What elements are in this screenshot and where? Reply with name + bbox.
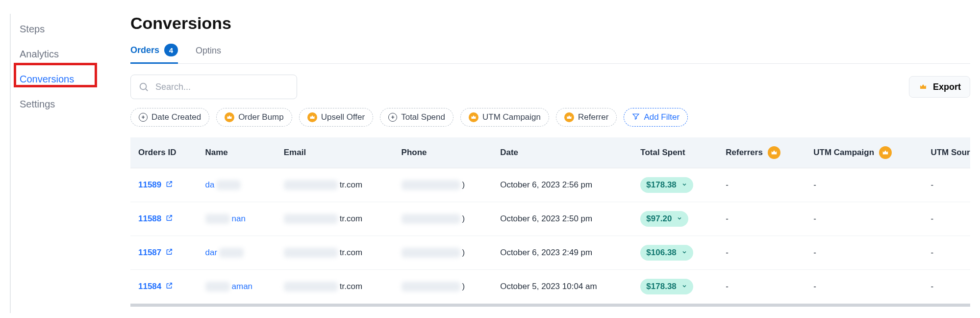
name-cell[interactable]: nan bbox=[205, 214, 268, 224]
email-cell: tr.com bbox=[284, 180, 386, 190]
col-label: Orders ID bbox=[138, 148, 176, 157]
col-phone[interactable]: Phone bbox=[394, 137, 493, 168]
toolbar: Export bbox=[130, 75, 970, 99]
sidebar-item-settings[interactable]: Settings bbox=[11, 92, 123, 117]
table-row: 11584 aman tr.com ) October 5, 2023 10:0… bbox=[130, 270, 970, 304]
chip-order-bump[interactable]: Order Bump bbox=[216, 108, 292, 127]
sidebar-item-steps[interactable]: Steps bbox=[11, 17, 123, 42]
email-cell: tr.com bbox=[284, 248, 386, 258]
order-id: 11588 bbox=[138, 214, 161, 224]
spent-value: $178.38 bbox=[646, 282, 676, 292]
redacted-name bbox=[205, 282, 230, 292]
phone-cell: ) bbox=[402, 214, 485, 224]
col-total-spent[interactable]: Total Spent bbox=[632, 137, 718, 168]
redacted-email bbox=[284, 248, 338, 258]
chip-label: UTM Campaign bbox=[482, 112, 541, 122]
order-id: 11587 bbox=[138, 248, 161, 258]
tab-label: Optins bbox=[196, 46, 221, 56]
phone-cell: ) bbox=[402, 180, 485, 190]
redacted-phone bbox=[402, 180, 460, 190]
utm-campaign-cell: - bbox=[813, 214, 816, 223]
chip-total-spend[interactable]: + Total Spend bbox=[380, 108, 453, 127]
total-spent-pill[interactable]: $178.38 bbox=[640, 177, 693, 193]
phone-suffix: ) bbox=[462, 180, 465, 190]
sidebar-item-label: Steps bbox=[20, 24, 45, 34]
filter-icon bbox=[632, 112, 640, 123]
name-prefix: da bbox=[205, 180, 215, 190]
chip-date-created[interactable]: + Date Created bbox=[130, 108, 209, 127]
total-spent-pill[interactable]: $106.38 bbox=[640, 245, 693, 261]
chip-label: Order Bump bbox=[238, 112, 284, 122]
tabs: Orders 4 Optins bbox=[130, 44, 970, 64]
email-suffix: tr.com bbox=[340, 248, 362, 258]
tab-orders[interactable]: Orders 4 bbox=[130, 44, 178, 64]
orders-table-wrap[interactable]: Orders ID Name Email Phone Date Total Sp… bbox=[130, 137, 970, 307]
phone-suffix: ) bbox=[462, 282, 465, 292]
col-referrers[interactable]: Referrers bbox=[718, 137, 805, 168]
page-title: Conversions bbox=[130, 14, 970, 33]
order-id: 11589 bbox=[138, 180, 161, 190]
utm-source-cell: - bbox=[930, 180, 933, 189]
main-content: Conversions Orders 4 Optins bbox=[123, 14, 970, 313]
crown-icon bbox=[768, 146, 780, 159]
phone-cell: ) bbox=[402, 282, 485, 292]
redacted-email bbox=[284, 214, 338, 224]
chip-label: Add Filter bbox=[644, 112, 679, 122]
svg-line-1 bbox=[146, 89, 148, 91]
chip-label: Date Created bbox=[151, 112, 201, 122]
referrers-cell: - bbox=[726, 248, 729, 257]
sidebar: Steps Analytics Conversions Settings bbox=[10, 14, 123, 313]
referrers-cell: - bbox=[726, 214, 729, 223]
name-cell[interactable]: dar bbox=[205, 248, 268, 258]
order-id-link[interactable]: 11587 bbox=[138, 248, 173, 258]
spent-value: $106.38 bbox=[646, 248, 676, 258]
chip-label: Referrer bbox=[578, 112, 608, 122]
chip-upsell-offer[interactable]: Upsell Offer bbox=[299, 108, 373, 127]
col-email[interactable]: Email bbox=[276, 137, 394, 168]
search-icon bbox=[138, 81, 149, 92]
tab-optins[interactable]: Optins bbox=[196, 46, 221, 62]
utm-source-cell: - bbox=[930, 282, 933, 291]
email-suffix: tr.com bbox=[340, 214, 362, 224]
name-suffix: nan bbox=[232, 214, 246, 224]
external-link-icon bbox=[165, 214, 173, 224]
search-input[interactable] bbox=[130, 75, 297, 99]
chip-utm-campaign[interactable]: UTM Campaign bbox=[460, 108, 549, 127]
utm-campaign-cell: - bbox=[813, 248, 816, 257]
email-suffix: tr.com bbox=[340, 282, 362, 292]
redacted-email bbox=[284, 180, 338, 190]
chip-add-filter[interactable]: Add Filter bbox=[624, 108, 688, 127]
col-utm-campaign[interactable]: UTM Campaign bbox=[805, 137, 923, 168]
external-link-icon bbox=[165, 180, 173, 190]
order-id-link[interactable]: 11584 bbox=[138, 282, 173, 292]
sidebar-item-analytics[interactable]: Analytics bbox=[11, 42, 123, 67]
col-label: Phone bbox=[402, 148, 427, 157]
utm-source-cell: - bbox=[930, 214, 933, 223]
col-label: Total Spent bbox=[640, 148, 685, 157]
email-suffix: tr.com bbox=[340, 180, 362, 190]
col-label: Date bbox=[500, 148, 518, 157]
redacted-name bbox=[219, 248, 244, 258]
col-name[interactable]: Name bbox=[198, 137, 276, 168]
sidebar-item-conversions[interactable]: Conversions bbox=[11, 67, 123, 92]
total-spent-pill[interactable]: $97.20 bbox=[640, 211, 688, 227]
col-date[interactable]: Date bbox=[492, 137, 632, 168]
spent-value: $178.38 bbox=[646, 180, 676, 190]
total-spent-pill[interactable]: $178.38 bbox=[640, 279, 693, 294]
order-id-link[interactable]: 11588 bbox=[138, 214, 173, 224]
utm-campaign-cell: - bbox=[813, 180, 816, 189]
col-utm-source[interactable]: UTM Source bbox=[923, 137, 970, 168]
crown-icon bbox=[879, 146, 892, 159]
name-cell[interactable]: aman bbox=[205, 282, 268, 292]
name-suffix: aman bbox=[232, 282, 253, 292]
order-id-link[interactable]: 11589 bbox=[138, 180, 173, 190]
name-cell[interactable]: da bbox=[205, 180, 268, 190]
chevron-down-icon bbox=[677, 215, 682, 223]
chip-referrer[interactable]: Referrer bbox=[556, 108, 617, 127]
redacted-phone bbox=[402, 282, 460, 292]
date-cell: October 6, 2023 2:50 pm bbox=[500, 214, 592, 223]
chevron-down-icon bbox=[681, 249, 687, 257]
utm-campaign-cell: - bbox=[813, 282, 816, 291]
col-orders-id[interactable]: Orders ID bbox=[130, 137, 198, 168]
export-button[interactable]: Export bbox=[909, 76, 970, 98]
